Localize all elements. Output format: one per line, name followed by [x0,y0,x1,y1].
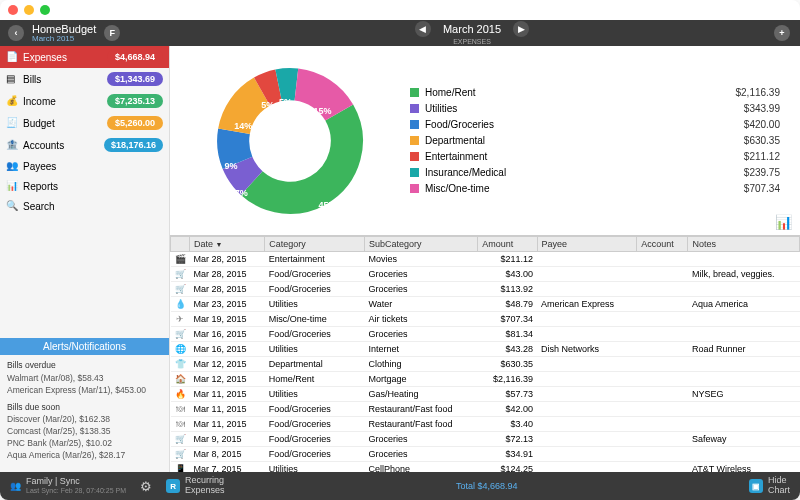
row-icon: 🌐 [171,342,190,357]
close-icon[interactable] [8,5,18,15]
alert-item: Discover (Mar/20), $162.38 [7,414,162,426]
col-account[interactable]: Account [637,237,688,252]
table-row[interactable]: 👕Mar 12, 2015DepartmentalClothing$630.35 [171,357,800,372]
chart-type-icon[interactable]: 📊 [775,214,792,230]
col-amount[interactable]: Amount [478,237,537,252]
sidebar-badge: $4,668.94 [107,50,163,64]
cell-notes: Aqua America [688,297,800,312]
col-payee[interactable]: Payee [537,237,637,252]
cell-date: Mar 16, 2015 [190,327,265,342]
cell-account [637,252,688,267]
sidebar-item-accounts[interactable]: 🏦Accounts$18,176.16 [0,134,169,156]
cell-date: Mar 8, 2015 [190,447,265,462]
legend-swatch [410,136,419,145]
col-date[interactable]: Date ▼ [190,237,265,252]
table-row[interactable]: 📱Mar 7, 2015UtilitiesCellPhone$124.25AT&… [171,462,800,473]
cell-amount: $2,116.39 [478,372,537,387]
sidebar-item-label: Expenses [23,52,67,63]
cell-payee [537,327,637,342]
zoom-icon[interactable] [40,5,50,15]
sidebar-item-expenses[interactable]: 📄Expenses$4,668.94 [0,46,169,68]
prev-month-button[interactable]: ◀ [415,21,431,37]
recurring-button[interactable]: R RecurringExpenses [166,476,225,496]
cell-payee [537,417,637,432]
table-row[interactable]: 🎬Mar 28, 2015EntertainmentMovies$211.12 [171,252,800,267]
table-row[interactable]: 🛒Mar 28, 2015Food/GroceriesGroceries$113… [171,282,800,297]
table-row[interactable]: 🛒Mar 28, 2015Food/GroceriesGroceries$43.… [171,267,800,282]
sidebar-icon: 🏦 [6,139,18,151]
row-icon: 🛒 [171,447,190,462]
cell-account [637,432,688,447]
row-icon: 📱 [171,462,190,473]
cell-account [637,447,688,462]
gear-icon[interactable]: ⚙ [140,479,152,494]
table-row[interactable]: 🏠Mar 12, 2015Home/RentMortgage$2,116.39 [171,372,800,387]
cell-account [637,312,688,327]
cell-payee: American Express [537,297,637,312]
back-icon[interactable]: ‹ [8,25,24,41]
table-row[interactable]: 🛒Mar 9, 2015Food/GroceriesGroceries$72.1… [171,432,800,447]
alert-item: Walmart (Mar/08), $58.43 [7,373,162,385]
table-row[interactable]: ✈Mar 19, 2015Misc/One-timeAir tickets$70… [171,312,800,327]
cell-amount: $211.12 [478,252,537,267]
sidebar-item-income[interactable]: 💰Income$7,235.13 [0,90,169,112]
legend-item: Insurance/Medical$239.75 [410,165,780,181]
slice-label: 5% [261,100,274,110]
cell-notes [688,402,800,417]
sidebar-badge: $5,260.00 [107,116,163,130]
cell-payee [537,387,637,402]
legend-item: Utilities$343.99 [410,101,780,117]
table-row[interactable]: 🍽Mar 11, 2015Food/GroceriesRestaurant/Fa… [171,417,800,432]
topbar: ‹ HomeBudget March 2015 F ◀ March 2015 ▶… [0,20,800,46]
family-sync[interactable]: 👥 Family | Sync Last Sync: Feb 28, 07:40… [10,477,126,495]
sidebar-item-search[interactable]: 🔍Search [0,196,169,216]
sidebar: 📄Expenses$4,668.94▤Bills$1,343.69💰Income… [0,46,170,472]
legend-name: Misc/One-time [425,181,738,197]
table-row[interactable]: 🔥Mar 11, 2015UtilitiesGas/Heating$57.73N… [171,387,800,402]
table-row[interactable]: 🍽Mar 11, 2015Food/GroceriesRestaurant/Fa… [171,402,800,417]
cell-subcategory: Movies [364,252,477,267]
col-notes[interactable]: Notes [688,237,800,252]
slice-label: 5% [279,97,292,107]
table-row[interactable]: 🌐Mar 16, 2015UtilitiesInternet$43.28Dish… [171,342,800,357]
cell-payee [537,267,637,282]
sidebar-icon: 👥 [6,160,18,172]
cell-date: Mar 23, 2015 [190,297,265,312]
cell-subcategory: Restaurant/Fast food [364,417,477,432]
cell-notes [688,312,800,327]
add-button[interactable]: + [774,25,790,41]
table-row[interactable]: 🛒Mar 16, 2015Food/GroceriesGroceries$81.… [171,327,800,342]
cell-payee [537,312,637,327]
cell-subcategory: Mortgage [364,372,477,387]
sidebar-item-payees[interactable]: 👥Payees [0,156,169,176]
legend-value: $2,116.39 [736,85,781,101]
cell-subcategory: Water [364,297,477,312]
sidebar-item-bills[interactable]: ▤Bills$1,343.69 [0,68,169,90]
legend-value: $239.75 [744,165,780,181]
col-category[interactable]: Category [265,237,365,252]
footer-total: Total $4,668.94 [239,481,735,491]
row-icon: 🏠 [171,372,190,387]
table-row[interactable]: 💧Mar 23, 2015UtilitiesWater$48.79America… [171,297,800,312]
cell-account [637,267,688,282]
sidebar-item-reports[interactable]: 📊Reports [0,176,169,196]
app-title: HomeBudget March 2015 [32,24,96,43]
legend-item: Food/Groceries$420.00 [410,117,780,133]
slice-label: 45% [319,200,337,210]
minimize-icon[interactable] [24,5,34,15]
next-month-button[interactable]: ▶ [513,21,529,37]
cell-payee [537,357,637,372]
row-icon: 🔥 [171,387,190,402]
cell-subcategory: Groceries [364,327,477,342]
family-badge[interactable]: F [104,25,120,41]
legend-item: Home/Rent$2,116.39 [410,85,780,101]
cell-category: Food/Groceries [265,282,365,297]
sidebar-item-label: Income [23,96,56,107]
cell-subcategory: Gas/Heating [364,387,477,402]
col-subcategory[interactable]: SubCategory [364,237,477,252]
cell-category: Utilities [265,387,365,402]
hide-chart-button[interactable]: ▣ HideChart [749,476,790,496]
table-row[interactable]: 🛒Mar 8, 2015Food/GroceriesGroceries$34.9… [171,447,800,462]
cell-account [637,327,688,342]
sidebar-item-budget[interactable]: 🧾Budget$5,260.00 [0,112,169,134]
